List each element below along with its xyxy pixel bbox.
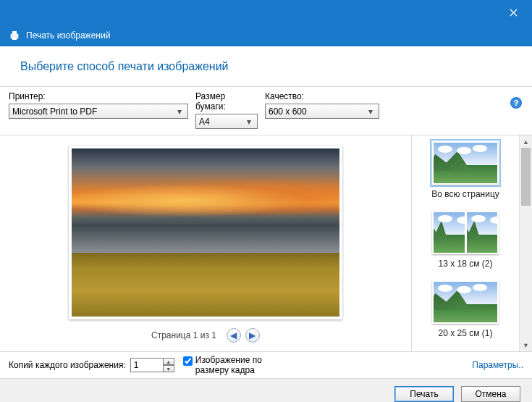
pager: Страница 1 из 1 ◀ ▶ xyxy=(151,328,260,343)
papersize-select[interactable]: A4 ▾ xyxy=(195,114,258,129)
quality-value: 600 x 600 xyxy=(269,106,366,117)
printer-select[interactable]: Microsoft Print to PDF ▾ xyxy=(9,104,188,119)
prev-page-button[interactable]: ◀ xyxy=(227,328,241,343)
svg-rect-2 xyxy=(12,37,17,40)
print-button[interactable]: Печать xyxy=(394,386,454,402)
layout-option[interactable]: Во всю страницу xyxy=(415,140,516,199)
layout-label: Во всю страницу xyxy=(415,189,516,199)
fit-label[interactable]: Изображение по размеру кадра xyxy=(195,355,290,375)
triangle-right-icon: ▶ xyxy=(249,330,256,340)
layout-scrollbar[interactable]: ▲ ▼ xyxy=(519,135,532,351)
instruction-header: Выберите способ печати изображений xyxy=(0,46,532,87)
printer-label: Принтер: xyxy=(9,91,188,101)
caption-bar: Печать изображений xyxy=(0,25,532,46)
instruction-text: Выберите способ печати изображений xyxy=(20,60,229,73)
copies-bar: Копий каждого изображения: ▲ ▼ Изображен… xyxy=(0,351,532,379)
help-icon[interactable]: ? xyxy=(510,97,522,109)
copies-label: Копий каждого изображения: xyxy=(9,360,126,370)
layout-label: 20 x 25 см (1) xyxy=(415,328,516,338)
printer-icon xyxy=(9,30,20,41)
layout-option[interactable]: 13 x 18 см (2) xyxy=(415,209,516,269)
svg-rect-1 xyxy=(12,31,17,34)
chevron-down-icon: ▾ xyxy=(366,106,376,117)
titlebar xyxy=(0,0,532,25)
preview-image xyxy=(72,148,339,317)
quality-select[interactable]: 600 x 600 ▾ xyxy=(265,104,379,119)
copies-up-button[interactable]: ▲ xyxy=(163,358,174,365)
scroll-thumb[interactable] xyxy=(521,148,531,206)
dialog-footer: Печать Отмена xyxy=(0,379,532,402)
papersize-value: A4 xyxy=(199,117,244,127)
close-button[interactable] xyxy=(499,0,528,25)
preview-pane: Страница 1 из 1 ◀ ▶ xyxy=(0,135,412,351)
print-options-row: ? Принтер: Microsoft Print to PDF ▾ Разм… xyxy=(0,87,532,135)
fit-checkbox[interactable] xyxy=(183,356,193,366)
options-link[interactable]: Параметры.. xyxy=(472,360,523,370)
pager-text: Страница 1 из 1 xyxy=(151,330,216,340)
chevron-down-icon: ▾ xyxy=(174,106,185,117)
cancel-button[interactable]: Отмена xyxy=(461,386,520,402)
next-page-button[interactable]: ▶ xyxy=(245,328,260,343)
copies-input[interactable] xyxy=(130,358,164,372)
scroll-up-button[interactable]: ▲ xyxy=(520,135,532,148)
preview-sheet xyxy=(69,146,342,319)
copies-down-button[interactable]: ▼ xyxy=(163,365,174,372)
printer-value: Microsoft Print to PDF xyxy=(12,106,174,117)
close-icon xyxy=(510,9,518,17)
triangle-left-icon: ◀ xyxy=(230,330,237,340)
layout-label: 13 x 18 см (2) xyxy=(415,259,516,269)
papersize-label: Размер бумаги: xyxy=(195,91,258,112)
layout-option[interactable]: 20 x 25 см (1) xyxy=(415,279,516,338)
scroll-down-button[interactable]: ▼ xyxy=(520,339,532,351)
chevron-down-icon: ▾ xyxy=(244,117,254,127)
layout-list[interactable]: Во всю страницу13 x 18 см (2)20 x 25 см … xyxy=(412,135,519,351)
quality-label: Качество: xyxy=(265,91,379,101)
window-title: Печать изображений xyxy=(26,30,110,41)
